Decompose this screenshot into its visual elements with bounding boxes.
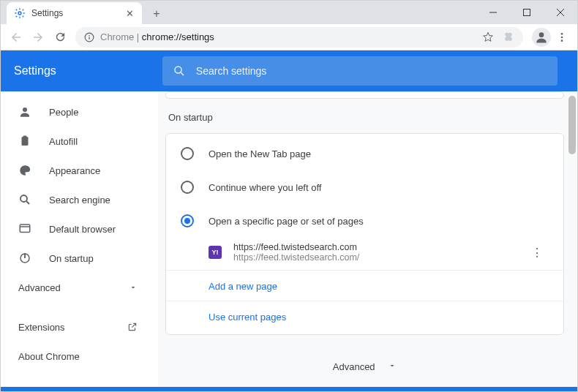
radio-icon[interactable] <box>181 181 194 194</box>
extension-butterfly-icon[interactable] <box>503 31 514 43</box>
radio-icon[interactable] <box>181 214 194 227</box>
sidebar-item-on-startup[interactable]: On startup <box>1 244 158 273</box>
scrollbar-thumb[interactable] <box>568 96 576 154</box>
svg-rect-2 <box>524 10 530 16</box>
radio-specific-pages[interactable]: Open a specific page or set of pages <box>166 204 563 238</box>
sidebar-item-label: On startup <box>49 253 94 264</box>
radio-continue[interactable]: Continue where you left off <box>166 170 563 204</box>
svg-rect-19 <box>20 225 30 233</box>
radio-new-tab[interactable]: Open the New Tab page <box>166 137 563 170</box>
power-icon <box>18 252 33 265</box>
maximize-button[interactable] <box>510 1 544 24</box>
sidebar-item-label: People <box>49 107 78 118</box>
sidebar-item-about[interactable]: About Chrome <box>1 342 158 371</box>
settings-search[interactable] <box>162 56 558 86</box>
chevron-down-icon <box>129 283 138 292</box>
search-icon <box>173 64 186 78</box>
sidebar: People Autofill Appearance Search engine… <box>1 91 158 387</box>
close-window-button[interactable] <box>544 1 577 24</box>
svg-point-17 <box>20 195 27 202</box>
settings-search-input[interactable] <box>196 65 547 77</box>
sidebar-item-label: Autofill <box>49 136 78 147</box>
previous-card-edge <box>165 91 564 99</box>
palette-icon <box>18 164 33 177</box>
section-title: On startup <box>168 112 564 123</box>
startup-card: Open the New Tab page Continue where you… <box>165 133 564 335</box>
svg-point-14 <box>23 108 27 112</box>
svg-point-8 <box>539 32 544 37</box>
omnibox-sep: | <box>134 31 142 42</box>
svg-line-13 <box>181 72 184 75</box>
svg-point-0 <box>18 12 21 15</box>
omnibox[interactable]: Chrome | chrome://settings <box>75 27 523 48</box>
site-info-icon[interactable] <box>84 32 94 42</box>
sidebar-item-label: Appearance <box>49 165 100 176</box>
sidebar-item-label: Extensions <box>18 322 65 333</box>
footer-edge <box>1 387 577 392</box>
close-tab-icon[interactable]: ✕ <box>124 8 135 18</box>
page-url-display: https://feed.twistedsearch.com <box>233 242 359 252</box>
page-favicon: Y! <box>209 246 222 259</box>
forward-button[interactable] <box>27 26 49 48</box>
page-url-full: https://feed.twistedsearch.com/ <box>233 252 359 263</box>
svg-rect-16 <box>23 136 27 138</box>
browser-menu-icon[interactable] <box>551 26 573 48</box>
svg-point-6 <box>89 34 90 36</box>
new-tab-button[interactable]: + <box>146 4 167 24</box>
browser-icon <box>18 222 33 235</box>
open-external-icon <box>127 322 138 332</box>
tab-title: Settings <box>31 8 124 18</box>
window-controls <box>476 1 577 24</box>
radio-label: Open the New Tab page <box>209 148 311 159</box>
settings-header: Settings <box>1 50 577 91</box>
sidebar-item-search-engine[interactable]: Search engine <box>1 185 158 214</box>
reload-button[interactable] <box>49 26 71 48</box>
clipboard-icon <box>18 135 33 148</box>
svg-rect-7 <box>89 37 89 39</box>
radio-label: Open a specific page or set of pages <box>209 216 364 227</box>
advanced-bottom-label: Advanced <box>333 361 375 372</box>
sidebar-item-label: Search engine <box>49 195 110 206</box>
svg-point-10 <box>561 36 563 38</box>
omnibox-path: chrome://settings <box>142 31 214 42</box>
browser-tab[interactable]: Settings ✕ <box>7 2 142 24</box>
profile-avatar[interactable] <box>532 28 551 47</box>
svg-point-12 <box>175 67 181 73</box>
minimize-button[interactable] <box>476 1 510 24</box>
sidebar-item-extensions[interactable]: Extensions <box>1 312 158 342</box>
settings-gear-icon <box>14 7 26 19</box>
svg-line-18 <box>26 201 29 204</box>
radio-icon[interactable] <box>181 147 194 160</box>
sidebar-item-people[interactable]: People <box>1 97 158 127</box>
back-button[interactable] <box>5 26 27 48</box>
page-title: Settings <box>14 64 56 78</box>
chevron-down-icon <box>388 361 397 372</box>
omnibox-host: Chrome <box>100 31 134 42</box>
svg-rect-15 <box>22 137 29 146</box>
bookmark-star-icon[interactable] <box>482 31 494 43</box>
add-new-page-link[interactable]: Add a new page <box>166 270 563 301</box>
advanced-toggle-bottom[interactable]: Advanced <box>165 361 564 372</box>
sidebar-advanced-label: Advanced <box>18 282 61 293</box>
startup-page-entry: Y! https://feed.twistedsearch.com https:… <box>166 238 563 267</box>
sidebar-item-label: About Chrome <box>18 351 80 362</box>
svg-point-9 <box>561 33 563 35</box>
sidebar-item-label: Default browser <box>49 224 116 235</box>
sidebar-advanced-toggle[interactable]: Advanced <box>1 273 158 302</box>
search-icon <box>18 193 33 206</box>
svg-point-11 <box>561 39 563 42</box>
sidebar-item-autofill[interactable]: Autofill <box>1 127 158 156</box>
page-entry-menu-icon[interactable]: ⋮ <box>525 243 549 263</box>
window-titlebar: Settings ✕ + <box>1 1 577 24</box>
sidebar-item-default-browser[interactable]: Default browser <box>1 214 158 244</box>
sidebar-item-appearance[interactable]: Appearance <box>1 156 158 185</box>
toolbar: Chrome | chrome://settings <box>1 24 577 50</box>
use-current-pages-link[interactable]: Use current pages <box>166 301 563 331</box>
person-icon <box>18 105 33 118</box>
radio-label: Continue where you left off <box>209 182 321 193</box>
main-content: On startup Open the New Tab page Continu… <box>158 91 577 387</box>
